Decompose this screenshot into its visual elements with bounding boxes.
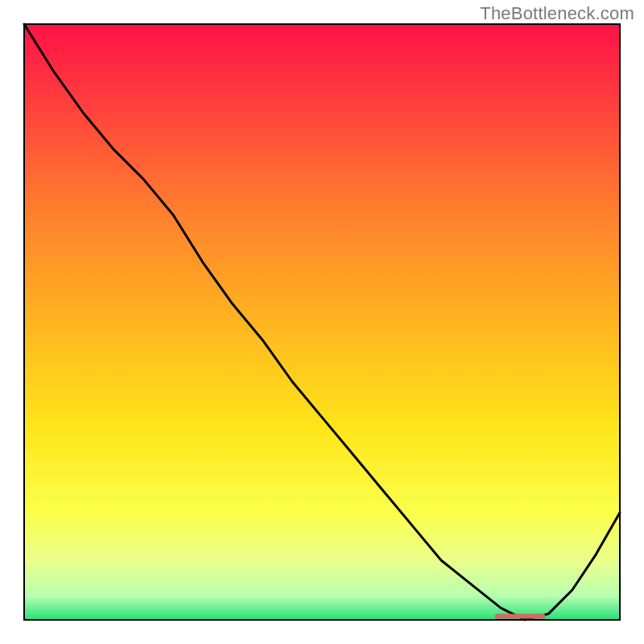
- plot-background: [24, 24, 620, 620]
- optimal-marker: [495, 614, 546, 619]
- chart-frame: TheBottleneck.com: [0, 0, 644, 644]
- bottleneck-chart: [0, 0, 644, 644]
- watermark-text: TheBottleneck.com: [480, 3, 634, 24]
